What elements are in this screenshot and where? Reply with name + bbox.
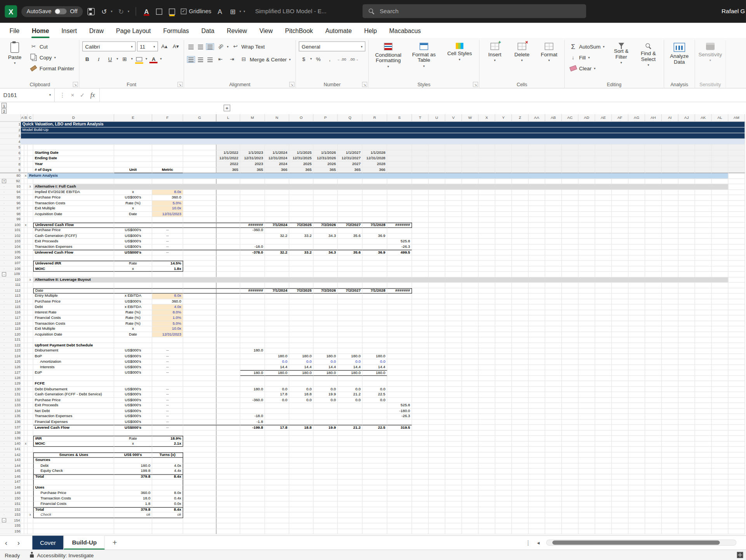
cell-C8[interactable]: [28, 162, 33, 168]
cell-Y134[interactable]: [495, 409, 512, 414]
cell-AK129[interactable]: [695, 381, 712, 386]
align-bottom-icon[interactable]: [206, 43, 214, 50]
cell-AB109[interactable]: [545, 272, 562, 277]
cell-O133[interactable]: [289, 403, 313, 409]
cell-W137[interactable]: [462, 425, 479, 430]
cell-AM150[interactable]: [729, 496, 745, 501]
cell-AI145[interactable]: [662, 469, 678, 474]
cell-X151[interactable]: [478, 501, 495, 507]
cell-L106[interactable]: [216, 255, 240, 261]
cell-F96[interactable]: 5.0%: [152, 200, 183, 206]
cell-N130[interactable]: 0.0: [265, 386, 289, 392]
cell-AH114[interactable]: [645, 299, 662, 304]
cell-AA127[interactable]: [529, 370, 545, 376]
cell-AF146[interactable]: [612, 474, 628, 480]
cell-AH128[interactable]: [645, 376, 662, 381]
cell-R153[interactable]: [363, 512, 388, 518]
cell-X154[interactable]: [478, 518, 495, 523]
cell-AI131[interactable]: [662, 392, 678, 397]
cell-AH125[interactable]: [645, 359, 662, 365]
cell-F106[interactable]: [152, 255, 183, 261]
cell-AM147[interactable]: [729, 480, 745, 485]
cell-AD133[interactable]: [579, 403, 595, 409]
cell-AM145[interactable]: [729, 469, 745, 474]
cell-V99[interactable]: [445, 217, 462, 223]
cell-AA147[interactable]: [529, 480, 545, 485]
cell-AJ136[interactable]: [678, 419, 695, 425]
cell-AG95[interactable]: [628, 195, 645, 200]
cell-Y104[interactable]: [495, 244, 512, 250]
cell-E146[interactable]: 379.8: [114, 474, 152, 480]
cell-AJ131[interactable]: [678, 392, 695, 397]
cell-AD145[interactable]: [579, 469, 595, 474]
cell-V143[interactable]: [445, 458, 462, 463]
cell-AM138[interactable]: [729, 430, 745, 436]
cell-Z8[interactable]: [512, 162, 529, 168]
cell-AF122[interactable]: [612, 343, 628, 348]
cell-U94[interactable]: [429, 190, 445, 195]
cell-W145[interactable]: [462, 469, 479, 474]
cell-X130[interactable]: [478, 386, 495, 392]
cell-P94[interactable]: [313, 190, 337, 195]
cell-AI138[interactable]: [662, 430, 678, 436]
decrease-font-size-button[interactable]: A▾: [171, 42, 181, 51]
cell-AK119[interactable]: [695, 326, 712, 332]
cell-Y97[interactable]: [495, 206, 512, 211]
cell-O152[interactable]: [289, 507, 313, 512]
cell-X94[interactable]: [478, 190, 495, 195]
cell-Q151[interactable]: [338, 501, 363, 507]
cell-AG7[interactable]: [628, 156, 645, 162]
cell-Q144[interactable]: [338, 463, 363, 469]
cell-AJ140[interactable]: [678, 441, 695, 447]
cell-AG96[interactable]: [628, 200, 645, 206]
cell-C113[interactable]: [28, 294, 33, 299]
cell-M141[interactable]: [240, 447, 265, 452]
cell-AI102[interactable]: [662, 233, 678, 239]
cell-AH105[interactable]: [645, 250, 662, 255]
cell-L141[interactable]: [216, 447, 240, 452]
cell-AG149[interactable]: [628, 490, 645, 496]
cell-Z136[interactable]: [512, 419, 529, 425]
gridlines-checkbox[interactable]: ✓ Gridlines: [181, 8, 211, 15]
cell-L156[interactable]: [216, 529, 240, 534]
cell-N151[interactable]: [265, 501, 289, 507]
cell-G140[interactable]: [183, 441, 217, 447]
cell-AK107[interactable]: [695, 261, 712, 266]
cell-AC143[interactable]: [562, 458, 579, 463]
cell-P96[interactable]: [313, 200, 337, 206]
cell-S135[interactable]: -26.3: [387, 414, 412, 419]
cell-AE113[interactable]: [595, 294, 612, 299]
cell-X123[interactable]: [478, 348, 495, 354]
cell-Z105[interactable]: [512, 250, 529, 255]
cell-F151[interactable]: 0.0x: [152, 501, 183, 507]
fill-color-button[interactable]: [134, 54, 144, 64]
cell-W133[interactable]: [462, 403, 479, 409]
cell-AA6[interactable]: [529, 150, 545, 156]
cell-G92[interactable]: [183, 179, 217, 184]
cell-AE148[interactable]: [595, 485, 612, 490]
cell-Y119[interactable]: [495, 326, 512, 332]
cell-AI8[interactable]: [662, 162, 678, 168]
cell-U108[interactable]: [429, 266, 445, 271]
cell-AG8[interactable]: [628, 162, 645, 168]
cell-D128[interactable]: [33, 376, 114, 381]
cell-AA108[interactable]: [529, 266, 545, 271]
cell-U5[interactable]: [429, 144, 445, 150]
cell-E139[interactable]: Rate: [114, 436, 152, 441]
cell-T6[interactable]: [412, 150, 429, 156]
cell-AB134[interactable]: [545, 409, 562, 414]
cell-AD119[interactable]: [579, 326, 595, 332]
cell-O121[interactable]: [289, 337, 313, 343]
cell-D155[interactable]: [33, 523, 114, 529]
cell-N123[interactable]: [265, 348, 289, 354]
cell-G130[interactable]: [183, 386, 217, 392]
cell-AI125[interactable]: [662, 359, 678, 365]
cell-Z124[interactable]: [512, 354, 529, 359]
cell-T147[interactable]: [412, 480, 429, 485]
column-header-O[interactable]: O: [289, 114, 313, 122]
cell-AD95[interactable]: [579, 195, 595, 200]
cell-AI94[interactable]: [662, 190, 678, 195]
cell-Q141[interactable]: [338, 447, 363, 452]
cell-AM154[interactable]: [729, 518, 745, 523]
menu-tab-file[interactable]: File: [10, 27, 20, 34]
